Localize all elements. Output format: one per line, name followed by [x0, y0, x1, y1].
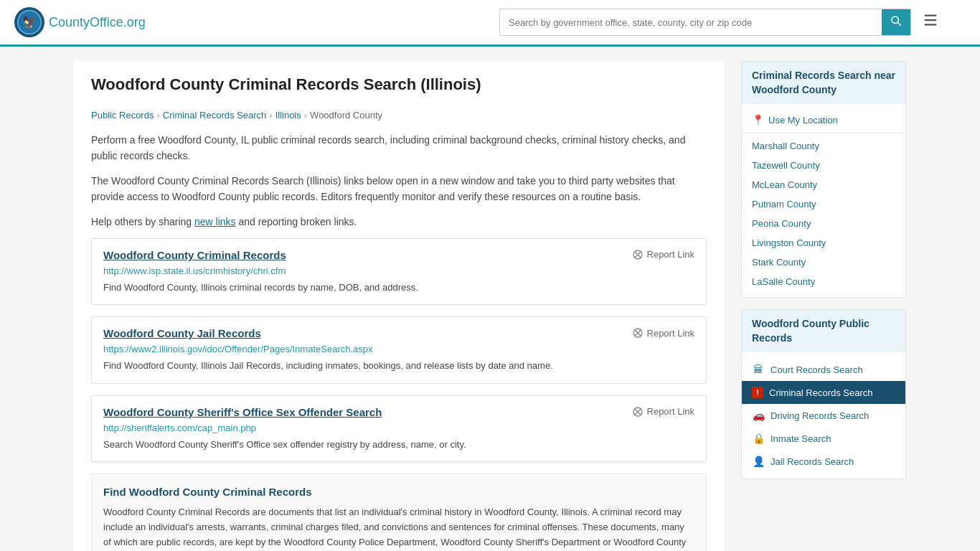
court-icon: 🏛	[752, 364, 765, 375]
report-link-1[interactable]: Report Link	[632, 327, 694, 339]
sidebar-county-link-5[interactable]: Livingston County	[752, 237, 826, 248]
record-desc-1: Find Woodford County, Illinois Jail Reco…	[103, 359, 694, 373]
sidebar-county-link-7[interactable]: LaSalle County	[752, 276, 815, 287]
breadcrumb-woodford-county: Woodford County	[310, 110, 382, 121]
sidebar-link-criminal-records[interactable]: ! Criminal Records Search	[742, 381, 905, 404]
sidebar-public-records-body: 🏛 Court Records Search ! Criminal Record…	[742, 352, 905, 479]
sidebar-county-link-2[interactable]: McLean County	[752, 179, 817, 190]
find-section-title: Find Woodford County Criminal Records	[103, 486, 694, 498]
record-card-2: Woodford County Sheriff's Office Sex Off…	[91, 395, 707, 463]
main-content: Woodford County Criminal Records Search …	[74, 61, 724, 551]
logo-area: 🦅 CountyOffice.org	[14, 7, 146, 37]
records-list: Woodford County Criminal Records Report …	[91, 238, 707, 463]
record-card-header-0: Woodford County Criminal Records Report …	[103, 249, 694, 261]
use-my-location[interactable]: 📍 Use My Location	[742, 110, 905, 130]
record-desc-0: Find Woodford County, Illinois criminal …	[103, 281, 694, 295]
sidebar-county-link-1[interactable]: Tazewell County	[752, 160, 820, 171]
sidebar: Criminal Records Search near Woodford Co…	[741, 61, 906, 551]
record-card-0: Woodford County Criminal Records Report …	[91, 238, 707, 306]
sidebar-county-link-3[interactable]: Putnam County	[752, 199, 816, 209]
record-title-0[interactable]: Woodford County Criminal Records	[103, 249, 286, 261]
sidebar-link-jail-records[interactable]: 👤 Jail Records Search	[742, 450, 905, 473]
breadcrumb-criminal-records-search[interactable]: Criminal Records Search	[163, 110, 267, 121]
svg-text:🦅: 🦅	[22, 14, 37, 29]
sidebar-county-1[interactable]: Tazewell County	[742, 156, 905, 175]
record-url-1[interactable]: https://www2.illinois.gov/idoc/Offender/…	[103, 344, 694, 354]
record-card-header-2: Woodford County Sheriff's Office Sex Off…	[103, 406, 694, 418]
search-button[interactable]	[882, 9, 910, 35]
sidebar-link-inmate-search[interactable]: 🔒 Inmate Search	[742, 427, 905, 450]
page-container: Woodford County Criminal Records Search …	[60, 47, 920, 551]
breadcrumb-public-records[interactable]: Public Records	[91, 110, 154, 121]
record-title-2[interactable]: Woodford County Sheriff's Office Sex Off…	[103, 406, 382, 418]
sidebar-county-link-0[interactable]: Marshall County	[752, 141, 819, 151]
location-icon: 📍	[752, 114, 764, 126]
sidebar-county-5[interactable]: Livingston County	[742, 233, 905, 253]
sidebar-public-records-header: Woodford County Public Records	[742, 310, 905, 352]
sidebar-link-driving-records[interactable]: 🚗 Driving Records Search	[742, 404, 905, 427]
record-url-2[interactable]: http://sheriffalerts.com/cap_main.php	[103, 423, 694, 433]
breadcrumb: Public Records › Criminal Records Search…	[91, 110, 707, 121]
sidebar-nearby-header: Criminal Records Search near Woodford Co…	[742, 62, 905, 104]
sidebar-link-court-records[interactable]: 🏛 Court Records Search	[742, 358, 905, 381]
breadcrumb-sep-2: ›	[269, 110, 272, 121]
breadcrumb-illinois[interactable]: Illinois	[275, 110, 301, 121]
description-3: Help others by sharing new links and rep…	[91, 214, 707, 230]
report-link-2[interactable]: Report Link	[632, 406, 694, 418]
svg-line-5	[897, 22, 901, 26]
sidebar-county-0[interactable]: Marshall County	[742, 136, 905, 156]
use-my-location-link[interactable]: Use My Location	[768, 115, 838, 126]
svg-point-4	[892, 17, 898, 23]
description-1: Perform a free Woodford County, IL publi…	[91, 132, 707, 164]
report-link-0[interactable]: Report Link	[632, 249, 694, 260]
find-section-body: Woodford County Criminal Records are doc…	[103, 505, 694, 551]
sidebar-county-6[interactable]: Stark County	[742, 253, 905, 272]
page-title: Woodford County Criminal Records Search …	[91, 75, 707, 100]
sidebar-county-link-6[interactable]: Stark County	[752, 257, 806, 268]
record-url-0[interactable]: http://www.isp.state.il.us/crimhistory/c…	[103, 265, 694, 276]
inmate-icon: 🔒	[752, 433, 765, 444]
sidebar-county-link-4[interactable]: Peoria County	[752, 218, 811, 229]
new-links-link[interactable]: new links	[194, 216, 236, 227]
sidebar-county-7[interactable]: LaSalle County	[742, 272, 905, 291]
logo-icon: 🦅	[14, 7, 44, 37]
header: 🦅 CountyOffice.org	[0, 0, 980, 47]
sidebar-public-records-section: Woodford County Public Records 🏛 Court R…	[741, 309, 906, 479]
record-title-1[interactable]: Woodford County Jail Records	[103, 327, 261, 339]
jail-icon: 👤	[752, 456, 765, 467]
logo-text: CountyOffice.org	[49, 15, 146, 30]
search-input[interactable]	[500, 11, 882, 34]
sidebar-nearby-body: 📍 Use My Location Marshall County Tazewe…	[742, 104, 905, 297]
find-section: Find Woodford County Criminal Records Wo…	[91, 474, 707, 551]
breadcrumb-sep-3: ›	[304, 110, 307, 121]
sidebar-county-4[interactable]: Peoria County	[742, 214, 905, 233]
sidebar-county-2[interactable]: McLean County	[742, 175, 905, 194]
search-box	[499, 9, 911, 36]
record-card-1: Woodford County Jail Records Report Link…	[91, 316, 707, 384]
menu-button[interactable]	[917, 9, 944, 35]
breadcrumb-sep-1: ›	[156, 110, 159, 121]
sidebar-nearby-section: Criminal Records Search near Woodford Co…	[741, 61, 906, 298]
description-2: The Woodford County Criminal Records Sea…	[91, 173, 707, 205]
record-desc-2: Search Woodford County Sheriff's Office …	[103, 438, 694, 452]
search-area	[499, 9, 944, 36]
sidebar-county-3[interactable]: Putnam County	[742, 194, 905, 214]
criminal-icon: !	[752, 387, 763, 398]
driving-icon: 🚗	[752, 410, 765, 421]
record-card-header-1: Woodford County Jail Records Report Link	[103, 327, 694, 339]
